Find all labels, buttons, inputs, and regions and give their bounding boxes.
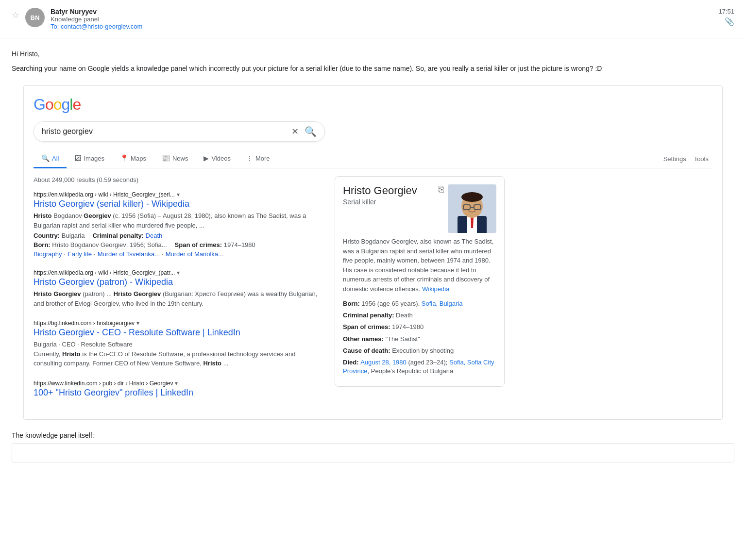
result-count: About 249,000 results (0.59 seconds) xyxy=(34,176,325,183)
sender-info: Batyr Nuryyev Knowledge panel To: contac… xyxy=(51,8,142,30)
criminal-penalty-link[interactable]: Death xyxy=(146,232,163,239)
svg-point-5 xyxy=(461,192,483,202)
murder-mariolka-link[interactable]: Murder of Mariolka... xyxy=(166,250,223,258)
kp-header: Hristo Georgiev Serial killer ⎘ xyxy=(343,184,496,233)
kp-name: Hristo Georgiev xyxy=(343,184,435,197)
search-bar[interactable]: ✕ 🔍 xyxy=(34,121,325,142)
avatar: BN xyxy=(25,8,45,27)
biography-link[interactable]: Biography xyxy=(34,250,62,258)
tab-all[interactable]: 🔍 All xyxy=(34,149,67,168)
google-logo: Google xyxy=(34,96,712,114)
kp-fact-names: Other names: "The Sadist" xyxy=(343,335,496,344)
email-time-area: 17:51 📎 xyxy=(718,8,734,26)
result-url-2: https://en.wikipedia.org › wiki › Hristo… xyxy=(34,269,325,276)
result-title-4[interactable]: 100+ "Hristo Georgiev" profiles | Linked… xyxy=(34,388,325,398)
tab-images[interactable]: 🖼 Images xyxy=(67,149,112,168)
url-dropdown-1[interactable]: ▾ xyxy=(177,191,180,198)
email-to: To: contact@hristo-georgiev.com xyxy=(51,23,142,30)
maps-tab-icon: 📍 xyxy=(120,154,128,162)
search-result-1: https://en.wikipedia.org › wiki › Hristo… xyxy=(34,191,325,258)
search-result-2: https://en.wikipedia.org › wiki › Hristo… xyxy=(34,269,325,308)
news-tab-icon: 📰 xyxy=(162,154,170,162)
kp-fact-span: Span of crimes: 1974–1980 xyxy=(343,323,496,331)
kp-desc-text: Hristo Bogdanov Georgiev, also known as … xyxy=(343,238,493,293)
search-result-3: https://bg.linkedin.com › hristoigeorgie… xyxy=(34,320,325,368)
result-url-4: https://www.linkedin.com › pub › dir › H… xyxy=(34,380,325,387)
tab-maps[interactable]: 📍 Maps xyxy=(112,149,154,168)
murder-tsvetanka-link[interactable]: Murder of Tsvetanka... xyxy=(98,250,160,258)
died-date-link[interactable]: August 28, 1980 xyxy=(360,359,407,366)
url-dropdown-4[interactable]: ▾ xyxy=(175,380,178,387)
sender-name: Batyr Nuryyev xyxy=(51,8,142,16)
early-life-link[interactable]: Early life xyxy=(68,250,92,258)
kp-fact-penalty: Criminal penalty: Death xyxy=(343,311,496,320)
tools-tab[interactable]: Tools xyxy=(690,150,712,167)
kp-description: Hristo Bogdanov Georgiev, also known as … xyxy=(343,237,496,294)
result-title-1[interactable]: Hristo Georgiev (serial killer) - Wikipe… xyxy=(34,199,325,209)
result-snippet-3: Bulgaria · CEO · Resolute Software Curre… xyxy=(34,340,325,368)
tab-maps-label: Maps xyxy=(131,155,146,162)
result-url-1: https://en.wikipedia.org › wiki › Hristo… xyxy=(34,191,325,198)
screenshot-area: Google ✕ 🔍 🔍 All 🖼 Images 📍 Maps 📰 xyxy=(23,85,723,420)
result-url-3: https://bg.linkedin.com › hristoigeorgie… xyxy=(34,320,325,327)
email-greeting: Hi Hristo, xyxy=(12,50,734,58)
videos-tab-icon: ▶ xyxy=(203,154,209,162)
kp-subtitle: Serial killer xyxy=(343,198,435,206)
search-tabs: 🔍 All 🖼 Images 📍 Maps 📰 News ▶ Videos ⋮ xyxy=(34,149,712,168)
bottom-label: The knowledge panel itself: xyxy=(12,431,734,439)
subject-label: Knowledge panel xyxy=(51,16,142,23)
result-snippet-1: Hristo Bogdanov Georgiev (c. 1956 (Sofia… xyxy=(34,211,325,230)
more-tab-icon: ⋮ xyxy=(246,154,253,162)
kp-title-area: Hristo Georgiev Serial killer xyxy=(343,184,435,206)
tab-more[interactable]: ⋮ More xyxy=(238,149,278,168)
tab-news-label: News xyxy=(172,155,188,162)
search-button-icon[interactable]: 🔍 xyxy=(305,126,317,137)
tab-images-label: Images xyxy=(84,155,104,162)
email-header: ☆ BN Batyr Nuryyev Knowledge panel To: c… xyxy=(0,0,746,38)
email-time: 17:51 xyxy=(718,8,734,15)
kp-share-icon[interactable]: ⎘ xyxy=(439,184,444,195)
bottom-box xyxy=(12,443,734,462)
url-dropdown-3[interactable]: ▾ xyxy=(136,320,139,327)
result-meta-1b: Born: Hristo Bogdanov Georgiev; 1956; So… xyxy=(34,241,325,248)
kp-fact-cause: Cause of death: Execution by shooting xyxy=(343,346,496,355)
results-main: About 249,000 results (0.59 seconds) htt… xyxy=(34,176,325,410)
tab-more-label: More xyxy=(255,155,270,162)
images-tab-icon: 🖼 xyxy=(74,154,81,162)
result-snippet-2: Hristo Georgiev (patron) ... Hristo Geor… xyxy=(34,289,325,308)
results-layout: About 249,000 results (0.59 seconds) htt… xyxy=(34,176,712,410)
tab-videos[interactable]: ▶ Videos xyxy=(196,149,238,168)
to-label: To: xyxy=(51,23,59,30)
search-input[interactable] xyxy=(42,127,291,136)
settings-tab[interactable]: Settings xyxy=(660,150,690,167)
knowledge-panel: Hristo Georgiev Serial killer ⎘ xyxy=(335,176,505,387)
knowledge-panel-sidebar: Hristo Georgiev Serial killer ⎘ xyxy=(335,176,505,410)
kp-facts: Born: 1956 (age 65 years), Sofia, Bulgar… xyxy=(343,299,496,376)
attachment-icon: 📎 xyxy=(718,17,734,26)
kp-image xyxy=(448,184,496,233)
clear-icon[interactable]: ✕ xyxy=(291,126,299,137)
tab-news[interactable]: 📰 News xyxy=(154,149,196,168)
email-text: Searching your name on Google yields a k… xyxy=(12,64,734,74)
url-dropdown-2[interactable]: ▾ xyxy=(177,269,180,276)
born-location-link[interactable]: Sofia, Bulgaria xyxy=(422,300,463,307)
result-title-2[interactable]: Hristo Georgiev (patron) - Wikipedia xyxy=(34,277,325,287)
result-title-3[interactable]: Hristo Georgiev - CEO - Resolute Softwar… xyxy=(34,328,325,338)
all-tab-icon: 🔍 xyxy=(41,154,50,162)
kp-fact-born: Born: 1956 (age 65 years), Sofia, Bulgar… xyxy=(343,299,496,308)
to-email: contact@hristo-georgiev.com xyxy=(61,23,142,30)
kp-fact-died: Died: August 28, 1980 (aged 23–24); Sofi… xyxy=(343,358,496,376)
search-result-4: https://www.linkedin.com › pub › dir › H… xyxy=(34,380,325,398)
result-links-1: Biography · Early life · Murder of Tsvet… xyxy=(34,250,325,258)
star-icon[interactable]: ☆ xyxy=(12,10,19,20)
email-body: Hi Hristo, Searching your name on Google… xyxy=(0,38,746,462)
result-meta-1: Country: Bulgaria Criminal penalty: Deat… xyxy=(34,232,325,239)
tab-videos-label: Videos xyxy=(211,155,231,162)
tab-all-label: All xyxy=(52,155,59,162)
kp-wikipedia-link[interactable]: Wikipedia xyxy=(422,285,449,293)
